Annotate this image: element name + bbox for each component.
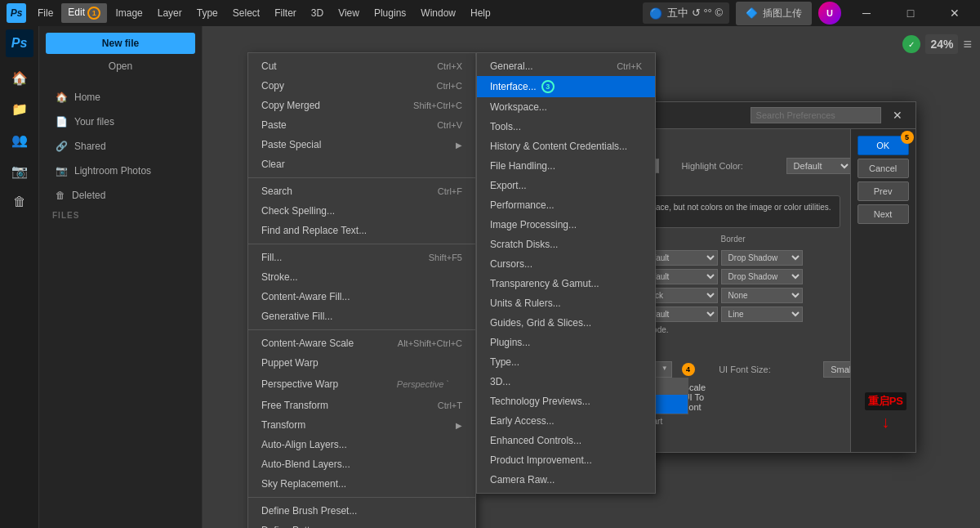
submenu-scratch-disks[interactable]: Scratch Disks... (477, 235, 655, 254)
ui-font-select[interactable]: Small (823, 361, 849, 378)
menu-view[interactable]: View (332, 4, 366, 22)
fullscreen-border[interactable]: None (721, 288, 803, 303)
general-shortcut: Ctrl+K (617, 61, 642, 71)
menu-select[interactable]: Select (226, 4, 266, 22)
menu-find-replace[interactable]: Find and Replace Text... (248, 221, 475, 240)
submenu-cursors[interactable]: Cursors... (477, 254, 655, 274)
menu-filter[interactable]: Filter (268, 4, 303, 22)
menu-paste-special[interactable]: Paste Special ▶ (248, 135, 475, 154)
menu-type[interactable]: Type (190, 4, 225, 22)
layers-icon[interactable]: ≡ (963, 36, 972, 53)
menu-search[interactable]: Search Ctrl+F (248, 181, 475, 201)
artboards-border[interactable]: Line (721, 307, 803, 322)
submenu-plugins[interactable]: Plugins... (477, 333, 655, 352)
highlight-color-select[interactable]: Default (786, 158, 850, 174)
menu-help[interactable]: Help (464, 4, 497, 22)
minimize-button[interactable]: ─ (848, 0, 885, 26)
menu-copy-merged[interactable]: Copy Merged Shift+Ctrl+C (248, 96, 475, 115)
lang-annotation: 4 (682, 363, 695, 376)
cancel-button[interactable]: Cancel (858, 159, 909, 178)
submenu-early-access[interactable]: Early Access... (477, 411, 655, 431)
menu-transform[interactable]: Transform ▶ (248, 415, 475, 435)
menu-fill[interactable]: Fill... Shift+F5 (248, 248, 475, 267)
submenu-image-processing[interactable]: Image Processing... (477, 215, 655, 235)
fill-shortcut: Shift+F5 (429, 253, 462, 262)
search-preferences[interactable] (751, 107, 881, 123)
submenu-tech-previews[interactable]: Technology Previews... (477, 392, 655, 411)
menu-check-spelling[interactable]: Check Spelling... (248, 201, 475, 221)
menu-define-pattern[interactable]: Define Pattern... (248, 521, 475, 528)
submenu-workspace[interactable]: Workspace... (477, 97, 655, 117)
upload-button[interactable]: 🔷 插图上传 (736, 2, 812, 25)
submenu-3d[interactable]: 3D... (477, 372, 655, 392)
sidebar-shared[interactable]: 👥 (6, 126, 33, 154)
dialog-close-button[interactable]: ✕ (888, 107, 907, 123)
sep1 (248, 177, 475, 178)
menu-free-transform[interactable]: Free Transform Ctrl+T (248, 396, 475, 415)
menu-perspective-warp[interactable]: Perspective Warp Perspective ` (248, 373, 475, 396)
submenu-units-rulers[interactable]: Units & Rulers... (477, 293, 655, 313)
menu-clear[interactable]: Clear (248, 154, 475, 174)
menu-file[interactable]: File (31, 4, 60, 22)
sidebar-deleted[interactable]: 🗑 (6, 188, 33, 216)
sidebar-logo: Ps (6, 29, 33, 57)
close-button[interactable]: ✕ (936, 0, 973, 26)
nav-home[interactable]: 🏠 Home (46, 85, 195, 110)
menu-sky-replacement[interactable]: Sky Replacement... (248, 474, 475, 494)
menu-cut[interactable]: Cut Ctrl+X (248, 56, 475, 76)
sidebar-files[interactable]: 📁 (6, 95, 33, 123)
submenu-enhanced-controls[interactable]: Enhanced Controls... (477, 431, 655, 450)
menu-bar: File Edit 1 Image Layer Type Select Filt… (31, 3, 497, 23)
submenu-performance[interactable]: Performance... (477, 195, 655, 215)
submenu-camera-raw[interactable]: Camera Raw... (477, 470, 655, 490)
ok-badge-5: 5 (901, 131, 914, 144)
top-right-controls: ✓ 24% ≡ (902, 34, 972, 54)
maximize-button[interactable]: □ (892, 0, 929, 26)
menu-plugins[interactable]: Plugins (368, 4, 412, 22)
fullscreen-menus-border[interactable]: Drop Shadow (721, 269, 803, 284)
submenu-file-handling[interactable]: File Handling... (477, 156, 655, 176)
menu-window[interactable]: Window (414, 4, 462, 22)
next-button[interactable]: Next (858, 204, 909, 224)
files-section-label: FILES (46, 208, 195, 223)
menu-content-aware-scale[interactable]: Content-Aware Scale Alt+Shift+Ctrl+C (248, 333, 475, 353)
submenu-export[interactable]: Export... (477, 176, 655, 195)
submenu-tools[interactable]: Tools... (477, 117, 655, 136)
menu-stroke[interactable]: Stroke... (248, 267, 475, 287)
nav-your-files[interactable]: 📄 Your files (46, 110, 195, 134)
submenu-type[interactable]: Type... (477, 352, 655, 372)
menu-auto-blend[interactable]: Auto-Blend Layers... (248, 454, 475, 474)
menu-edit[interactable]: Edit 1 (61, 3, 107, 23)
left-panel: New file Open 🏠 Home 📄 Your files 🔗 Shar… (39, 26, 203, 528)
menu-content-aware-fill[interactable]: Content-Aware Fill... (248, 287, 475, 307)
sidebar-lightroom[interactable]: 📷 (6, 157, 33, 185)
menu-define-brush[interactable]: Define Brush Preset... (248, 501, 475, 521)
submenu-product-improvement[interactable]: Product Improvement... (477, 450, 655, 470)
copy-shortcut: Ctrl+C (437, 81, 462, 91)
menu-image[interactable]: Image (109, 4, 149, 22)
nav-shared[interactable]: 🔗 Shared (46, 134, 195, 159)
menu-3d[interactable]: 3D (305, 4, 330, 22)
border-col-header: Border (721, 235, 803, 244)
submenu-history[interactable]: History & Content Credentials... (477, 136, 655, 156)
sidebar-home[interactable]: 🏠 (6, 64, 33, 92)
menu-auto-align[interactable]: Auto-Align Layers... (248, 435, 475, 454)
submenu-transparency[interactable]: Transparency & Gamut... (477, 274, 655, 293)
nav-lightroom[interactable]: 📷 Lightroom Photos (46, 159, 195, 183)
menu-paste[interactable]: Paste Ctrl+V (248, 115, 475, 135)
open-button[interactable]: Open (46, 57, 195, 75)
submenu-interface[interactable]: Interface... 3 (477, 76, 655, 97)
menu-layer[interactable]: Layer (151, 4, 189, 22)
perspective-tick: Perspective ` (384, 377, 462, 392)
menu-puppet-warp[interactable]: Puppet Warp (248, 353, 475, 373)
submenu-general[interactable]: General... Ctrl+K (477, 56, 655, 76)
paste-shortcut: Ctrl+V (437, 120, 462, 130)
menu-generative-fill[interactable]: Generative Fill... (248, 307, 475, 326)
nav-deleted[interactable]: 🗑 Deleted (46, 183, 195, 208)
user-avatar[interactable]: U (818, 2, 841, 25)
submenu-guides[interactable]: Guides, Grid & Slices... (477, 313, 655, 333)
std-border-select[interactable]: Drop Shadow (721, 250, 803, 266)
menu-copy[interactable]: Copy Ctrl+C (248, 76, 475, 96)
prev-button[interactable]: Prev (858, 181, 909, 201)
new-file-button[interactable]: New file (46, 33, 195, 54)
